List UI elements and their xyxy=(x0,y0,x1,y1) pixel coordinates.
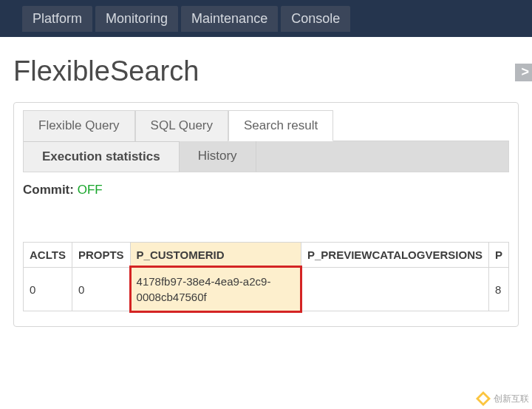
watermark-logo-icon xyxy=(476,391,491,406)
col-p: P xyxy=(488,243,508,268)
tab-flexible-query[interactable]: Flexible Query xyxy=(23,110,135,141)
page-title: FlexibleSearch xyxy=(13,55,519,87)
commit-value: OFF xyxy=(78,183,103,197)
nav-tab-console[interactable]: Console xyxy=(281,6,350,32)
cell-p-customerid: 4178fb97-38e4-4ea9-a2c9-0008cb47560f xyxy=(130,268,301,311)
tab-search-result[interactable]: Search result xyxy=(228,110,333,141)
cell-p-previewcatalogversions xyxy=(301,268,489,311)
table-header-row: ACLTS PROPTS P_CUSTOMERID P_PREVIEWCATAL… xyxy=(24,243,509,268)
highlight-box-icon xyxy=(129,266,302,313)
cell-p-customerid-value: 4178fb97-38e4-4ea9-a2c9-0008cb47560f xyxy=(137,275,271,303)
col-p-previewcatalogversions: P_PREVIEWCATALOGVERSIONS xyxy=(301,243,489,268)
top-nav: Platform Monitoring Maintenance Console xyxy=(0,0,532,32)
subtab-history[interactable]: History xyxy=(180,141,256,172)
cell-p: 8 xyxy=(488,268,508,311)
table-row: 0 0 4178fb97-38e4-4ea9-a2c9-0008cb47560f… xyxy=(24,268,509,311)
col-aclts: ACLTS xyxy=(24,243,72,268)
subtab-execution-statistics[interactable]: Execution statistics xyxy=(24,141,180,172)
nav-tab-maintenance[interactable]: Maintenance xyxy=(181,6,278,32)
col-p-customerid: P_CUSTOMERID xyxy=(130,243,301,268)
nav-tab-monitoring[interactable]: Monitoring xyxy=(95,6,178,32)
watermark-text: 创新互联 xyxy=(494,393,529,405)
forward-arrow-button[interactable]: > xyxy=(515,64,532,81)
cell-aclts: 0 xyxy=(24,268,72,311)
watermark: 创新互联 xyxy=(476,391,529,406)
commit-label: Commit: xyxy=(23,183,74,197)
commit-status: Commit: OFF xyxy=(23,183,509,205)
main-card: Flexible Query SQL Query Search result E… xyxy=(13,102,519,327)
cell-propts: 0 xyxy=(72,268,130,311)
col-propts: PROPTS xyxy=(72,243,130,268)
secondary-tabs: Execution statistics History xyxy=(23,141,509,172)
nav-tab-platform[interactable]: Platform xyxy=(22,6,92,32)
results-table: ACLTS PROPTS P_CUSTOMERID P_PREVIEWCATAL… xyxy=(23,242,509,311)
tab-sql-query[interactable]: SQL Query xyxy=(135,110,228,141)
primary-tabs: Flexible Query SQL Query Search result xyxy=(23,110,509,141)
